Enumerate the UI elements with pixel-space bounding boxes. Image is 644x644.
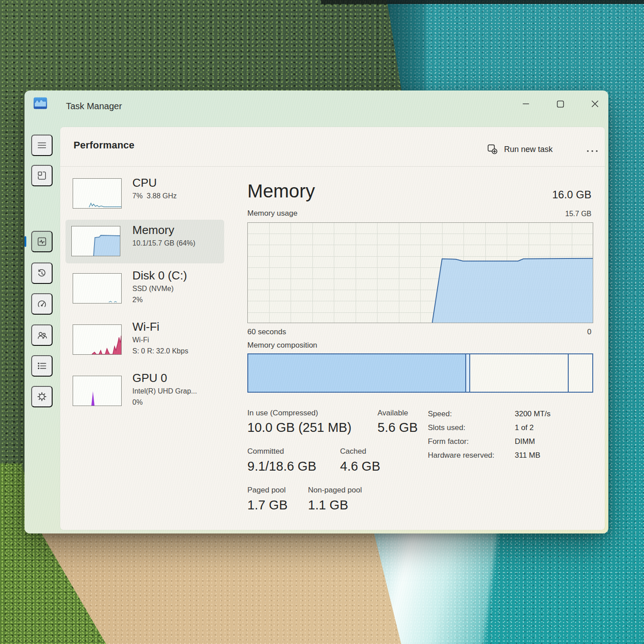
sidebar [25,126,59,533]
perf-item-subtitle: SSD (NVMe) [132,285,173,293]
memory-usage-label: Memory usage [247,209,297,218]
minimize-button[interactable] [515,95,537,113]
details-icon [37,361,47,371]
gpu-mini-chart [73,376,122,406]
new-task-icon [487,144,498,155]
composition-in-use-segment [248,354,466,392]
form-factor-value: DIMM [515,437,535,446]
perf-list-item-gpu[interactable]: GPU 0 Intel(R) UHD Grap... 0% [66,371,224,421]
close-icon [591,100,599,107]
maximize-button[interactable] [550,95,571,113]
slots-used-value: 1 of 2 [515,423,534,432]
in-use-label: In use (Compressed) [247,409,318,418]
memory-composition-label: Memory composition [247,341,317,350]
slots-used-label: Slots used: [428,423,465,432]
more-options-button[interactable] [582,145,602,157]
perf-item-subtitle: Intel(R) UHD Grap... [132,387,197,395]
sidebar-item-performance[interactable] [31,231,53,252]
in-use-value: 10.0 GB (251 MB) [247,420,352,435]
chart-time-end: 0 [587,328,591,336]
chart-time-span: 60 seconds [247,328,286,336]
users-icon [37,330,47,340]
perf-list-item-wifi[interactable]: Wi-Fi Wi-Fi S: 0 R: 32.0 Kbps [66,320,224,370]
perf-item-subtitle: Wi-Fi [132,336,149,344]
committed-value: 9.1/18.6 GB [247,459,316,474]
sidebar-item-users[interactable] [31,324,53,346]
perf-item-title: Disk 0 (C:) [132,269,187,283]
task-manager-logo-icon [33,97,47,109]
performance-panel: Performance Run new task [60,127,605,530]
committed-label: Committed [247,447,284,456]
minimize-icon [522,100,529,107]
sidebar-item-startup-apps[interactable] [31,293,53,315]
paged-pool-value: 1.7 GB [247,498,287,513]
wifi-mini-chart [73,324,122,355]
memory-capacity: 16.0 GB [552,189,591,201]
performance-icon [37,236,47,247]
cached-label: Cached [340,447,366,456]
sidebar-item-services[interactable] [31,386,53,407]
disk-mini-chart [73,273,122,304]
perf-list-item-disk[interactable]: Disk 0 (C:) SSD (NVMe) 2% [66,269,224,319]
nonpaged-pool-label: Non-paged pool [308,486,362,495]
sidebar-item-details[interactable] [31,355,53,377]
perf-item-subtitle2: S: 0 R: 32.0 Kbps [132,347,188,355]
perf-item-subtitle2: 2% [132,296,143,304]
close-button[interactable] [584,95,606,113]
sidebar-item-processes[interactable] [31,165,53,186]
window-title: Task Manager [66,101,122,111]
cached-value: 4.6 GB [340,459,380,474]
perf-item-title: GPU 0 [132,371,167,385]
perf-item-subtitle: 7% 3.88 GHz [132,192,177,200]
startup-apps-icon [37,299,47,309]
memory-title: Memory [247,180,315,202]
memory-usage-area [248,223,593,323]
memory-usage-scale-max: 15.7 GB [565,210,591,218]
photo-bezel-edge [321,0,644,4]
cpu-mini-chart [73,178,122,209]
available-label: Available [377,409,408,418]
run-new-task-button[interactable]: Run new task [487,144,553,155]
speed-label: Speed: [428,410,452,418]
run-new-task-label: Run new task [504,145,553,154]
perf-item-subtitle2: 0% [132,398,143,406]
form-factor-label: Form factor: [428,437,469,446]
perf-item-subtitle: 10.1/15.7 GB (64%) [132,239,195,247]
sidebar-item-app-history[interactable] [31,263,53,284]
nonpaged-pool-value: 1.1 GB [308,498,348,513]
app-history-icon [37,268,47,279]
memory-usage-chart[interactable] [247,222,593,323]
hamburger-menu-icon [37,140,47,151]
hardware-reserved-value: 311 MB [515,451,540,460]
desktop: Task Manager [0,0,644,644]
ellipsis-icon [587,150,598,152]
perf-item-title: CPU [132,176,157,190]
memory-mini-chart [71,226,120,256]
memory-composition-bar[interactable] [247,353,593,393]
perf-list-item-cpu[interactable]: CPU 7% 3.88 GHz [66,176,224,221]
processes-icon [37,170,47,181]
selected-indicator [25,236,26,247]
paged-pool-label: Paged pool [247,486,286,495]
hardware-reserved-label: Hardware reserved: [428,451,494,460]
composition-modified-segment [466,354,470,392]
titlebar[interactable]: Task Manager [25,90,608,126]
available-value: 5.6 GB [377,420,418,435]
sidebar-toggle-button[interactable] [31,135,53,156]
page-title: Performance [74,139,135,151]
task-manager-window: Task Manager [25,90,608,533]
perf-list-item-memory[interactable]: Memory 10.1/15.7 GB (64%) [66,220,224,263]
speed-value: 3200 MT/s [515,410,550,418]
services-icon [37,391,47,402]
perf-item-title: Wi-Fi [132,320,160,334]
composition-standby-segment [470,354,569,392]
header-divider [60,166,605,167]
perf-item-title: Memory [132,223,174,237]
composition-free-segment [569,354,592,392]
maximize-icon [557,100,564,108]
